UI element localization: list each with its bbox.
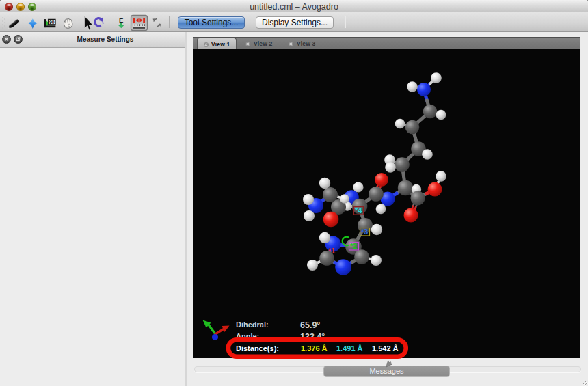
svg-text:90: 90 bbox=[49, 20, 55, 25]
